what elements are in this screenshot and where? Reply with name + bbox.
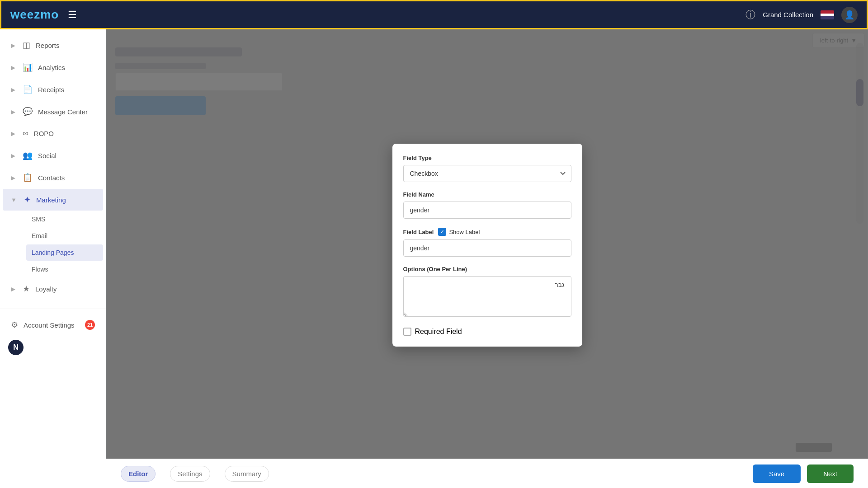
show-label-checkbox-group[interactable]: ✓ Show Label [438, 228, 480, 236]
layout: ▶ ◫ Reports ▶ 📊 Analytics ▶ 📄 Receipts ▶… [0, 0, 868, 488]
sidebar-item-label: Marketing [36, 196, 66, 204]
chevron-icon: ▶ [11, 86, 15, 93]
marketing-icon: ✦ [24, 195, 31, 205]
field-name-label: Field Name [403, 191, 571, 198]
message-icon: 💬 [23, 107, 33, 117]
flag-icon [821, 10, 834, 19]
user-avatar[interactable]: 👤 [841, 7, 858, 23]
field-type-modal: Field Type Checkbox Text Email Phone Dat… [392, 144, 582, 347]
tab-settings[interactable]: Settings [170, 466, 210, 482]
topbar-right: ⓘ Grand Collection 👤 [745, 7, 858, 23]
sidebar-item-receipts[interactable]: ▶ 📄 Receipts [3, 79, 103, 100]
reports-icon: ◫ [23, 40, 30, 50]
social-icon: 👥 [23, 150, 33, 160]
chevron-icon: ▶ [11, 174, 15, 181]
chevron-icon: ▶ [11, 286, 15, 292]
sidebar-item-message-center[interactable]: ▶ 💬 Message Center [3, 101, 103, 122]
chevron-icon: ▶ [11, 152, 15, 159]
sidebar-item-label: Contacts [38, 174, 65, 182]
field-label-label: Field Label [403, 229, 434, 235]
chevron-icon: ▶ [11, 42, 15, 49]
sidebar-item-marketing[interactable]: ▼ ✦ Marketing [3, 189, 103, 211]
sidebar-item-label: Message Center [38, 108, 88, 116]
user-avatar-small: N [8, 340, 24, 355]
topbar: weezmo ☰ ⓘ Grand Collection 👤 [0, 0, 868, 29]
required-checkbox[interactable] [403, 328, 411, 336]
help-icon[interactable]: ⓘ [745, 8, 755, 22]
chevron-down-icon: ▼ [11, 197, 17, 203]
main-content: left-to-right ▼ Field Type [106, 29, 868, 488]
collection-name: Grand Collection [763, 11, 813, 19]
sidebar-item-email[interactable]: Email [26, 228, 103, 244]
chevron-icon: ▶ [11, 130, 15, 137]
save-button[interactable]: Save [753, 465, 801, 483]
sidebar-item-landing-pages[interactable]: Landing Pages [26, 244, 103, 261]
field-type-label: Field Type [403, 155, 571, 161]
field-name-input[interactable] [403, 202, 571, 219]
sidebar-settings-label: Account Settings [24, 321, 75, 329]
sidebar-item-label: Social [38, 152, 57, 160]
logo-text: weezmo [10, 8, 59, 21]
logo: weezmo [10, 8, 59, 22]
bottom-bar: Editor Settings Summary Save Next [106, 459, 868, 488]
required-label: Required Field [415, 328, 462, 336]
modal-overlay: Field Type Checkbox Text Email Phone Dat… [106, 29, 868, 461]
sidebar-item-label: Receipts [38, 86, 64, 94]
options-group: Options (One Per Line) גבר [403, 266, 571, 319]
sidebar-item-flows[interactable]: Flows [26, 261, 103, 277]
chevron-icon: ▶ [11, 108, 15, 115]
show-label-checkbox[interactable]: ✓ [438, 228, 446, 236]
loyalty-icon: ★ [23, 284, 30, 294]
show-label-text: Show Label [449, 229, 480, 235]
sidebar-item-label: Reports [36, 42, 60, 49]
ropo-icon: ∞ [23, 129, 28, 138]
sidebar-item-loyalty[interactable]: ▶ ★ Loyalty [3, 278, 103, 300]
sidebar-item-social[interactable]: ▶ 👥 Social [3, 145, 103, 166]
settings-icon: ⚙ [11, 320, 18, 330]
field-name-group: Field Name [403, 191, 571, 219]
sidebar-item-ropo[interactable]: ▶ ∞ ROPO [3, 123, 103, 144]
required-field-row: Required Field [403, 328, 571, 336]
receipts-icon: 📄 [23, 84, 33, 94]
sidebar-item-sms[interactable]: SMS [26, 211, 103, 227]
notification-badge: 21 [85, 320, 95, 330]
sidebar-item-analytics[interactable]: ▶ 📊 Analytics [3, 56, 103, 78]
sidebar-item-label: Analytics [38, 64, 65, 71]
analytics-icon: 📊 [23, 62, 33, 72]
contacts-icon: 📋 [23, 173, 33, 183]
field-label-row: Field Label ✓ Show Label [403, 228, 571, 236]
sidebar-item-label: Loyalty [35, 285, 57, 293]
tab-summary[interactable]: Summary [225, 466, 269, 482]
sidebar-item-contacts[interactable]: ▶ 📋 Contacts [3, 167, 103, 188]
marketing-submenu: SMS Email Landing Pages Flows [0, 211, 106, 277]
sidebar: ▶ ◫ Reports ▶ 📊 Analytics ▶ 📄 Receipts ▶… [0, 29, 106, 488]
options-label: Options (One Per Line) [403, 266, 571, 272]
field-type-group: Field Type Checkbox Text Email Phone Dat… [403, 155, 571, 182]
field-label-group: Field Label ✓ Show Label [403, 228, 571, 257]
options-textarea[interactable]: גבר [403, 276, 571, 317]
menu-icon[interactable]: ☰ [68, 9, 77, 21]
sidebar-item-account-settings[interactable]: ⚙ Account Settings 21 [3, 314, 103, 336]
sidebar-item-reports[interactable]: ▶ ◫ Reports [3, 34, 103, 56]
sidebar-item-label: ROPO [34, 130, 54, 137]
next-button[interactable]: Next [807, 465, 854, 483]
bottom-tabs: Editor Settings Summary [121, 466, 269, 482]
bottom-actions: Save Next [753, 465, 854, 483]
chevron-icon: ▶ [11, 64, 15, 71]
tab-editor[interactable]: Editor [121, 466, 156, 482]
field-type-select[interactable]: Checkbox Text Email Phone Date [403, 165, 571, 182]
field-label-input[interactable] [403, 239, 571, 257]
